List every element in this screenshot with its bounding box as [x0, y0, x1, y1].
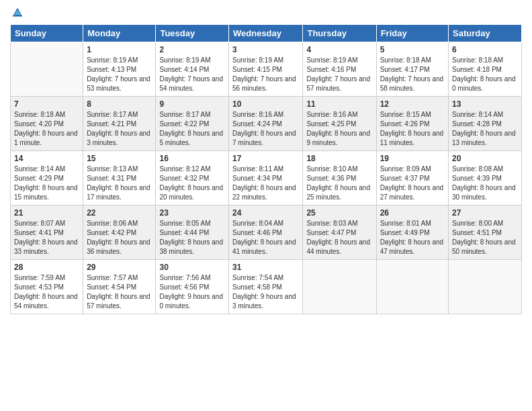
col-header-thursday: Thursday [303, 25, 376, 42]
day-info: Sunrise: 8:14 AMSunset: 4:28 PMDaylight:… [452, 110, 518, 148]
col-header-tuesday: Tuesday [156, 25, 229, 42]
col-header-sunday: Sunday [11, 25, 83, 42]
day-number: 18 [306, 154, 372, 163]
day-number: 26 [380, 208, 445, 218]
day-info: Sunrise: 8:14 AMSunset: 4:29 PMDaylight:… [14, 165, 79, 202]
calendar-cell: 15Sunrise: 8:13 AMSunset: 4:31 PMDayligh… [83, 151, 156, 205]
day-number: 31 [232, 263, 299, 272]
day-info: Sunrise: 7:56 AMSunset: 4:56 PMDaylight:… [159, 273, 225, 311]
calendar-cell: 31Sunrise: 7:54 AMSunset: 4:58 PMDayligh… [229, 260, 303, 314]
calendar-cell: 24Sunrise: 8:04 AMSunset: 4:46 PMDayligh… [229, 205, 303, 260]
day-info: Sunrise: 8:06 AMSunset: 4:42 PMDaylight:… [87, 219, 152, 257]
day-info: Sunrise: 8:18 AMSunset: 4:18 PMDaylight:… [452, 56, 518, 93]
calendar-cell: 6Sunrise: 8:18 AMSunset: 4:18 PMDaylight… [449, 42, 522, 97]
day-number: 13 [452, 99, 518, 109]
page-header [10, 7, 522, 19]
calendar-cell: 28Sunrise: 7:59 AMSunset: 4:53 PMDayligh… [11, 260, 83, 314]
calendar-cell [11, 42, 83, 97]
calendar-table: SundayMondayTuesdayWednesdayThursdayFrid… [10, 24, 522, 314]
day-number: 5 [380, 45, 445, 54]
day-info: Sunrise: 8:18 AMSunset: 4:20 PMDaylight:… [14, 110, 79, 148]
calendar-cell: 1Sunrise: 8:19 AMSunset: 4:13 PMDaylight… [83, 42, 156, 97]
day-number: 9 [159, 99, 225, 109]
calendar-cell: 7Sunrise: 8:18 AMSunset: 4:20 PMDaylight… [11, 97, 83, 151]
calendar-cell: 4Sunrise: 8:19 AMSunset: 4:16 PMDaylight… [303, 42, 376, 97]
calendar-cell: 11Sunrise: 8:16 AMSunset: 4:25 PMDayligh… [303, 97, 376, 151]
calendar-cell [449, 260, 522, 314]
day-info: Sunrise: 8:05 AMSunset: 4:44 PMDaylight:… [159, 219, 225, 257]
calendar-cell: 20Sunrise: 8:08 AMSunset: 4:39 PMDayligh… [449, 151, 522, 205]
day-number: 19 [380, 154, 445, 163]
calendar-cell: 23Sunrise: 8:05 AMSunset: 4:44 PMDayligh… [156, 205, 229, 260]
calendar-cell [303, 260, 376, 314]
day-info: Sunrise: 8:01 AMSunset: 4:49 PMDaylight:… [380, 219, 445, 257]
day-number: 2 [159, 45, 225, 54]
day-info: Sunrise: 8:17 AMSunset: 4:22 PMDaylight:… [159, 110, 225, 148]
day-info: Sunrise: 8:10 AMSunset: 4:36 PMDaylight:… [306, 165, 372, 202]
day-number: 3 [232, 45, 299, 54]
day-number: 30 [159, 263, 225, 272]
col-header-monday: Monday [83, 25, 156, 42]
day-number: 7 [14, 99, 79, 109]
day-number: 21 [14, 208, 79, 218]
day-info: Sunrise: 8:09 AMSunset: 4:37 PMDaylight:… [380, 165, 445, 202]
day-number: 22 [87, 208, 152, 218]
day-info: Sunrise: 8:00 AMSunset: 4:51 PMDaylight:… [452, 219, 518, 257]
day-info: Sunrise: 8:18 AMSunset: 4:17 PMDaylight:… [380, 56, 445, 93]
day-number: 29 [87, 263, 152, 272]
calendar-week-row: 28Sunrise: 7:59 AMSunset: 4:53 PMDayligh… [11, 260, 522, 314]
day-number: 28 [14, 263, 79, 272]
calendar-cell: 3Sunrise: 8:19 AMSunset: 4:15 PMDaylight… [229, 42, 303, 97]
calendar-cell: 25Sunrise: 8:03 AMSunset: 4:47 PMDayligh… [303, 205, 376, 260]
calendar-cell: 5Sunrise: 8:18 AMSunset: 4:17 PMDaylight… [376, 42, 448, 97]
day-info: Sunrise: 8:19 AMSunset: 4:13 PMDaylight:… [87, 56, 152, 93]
calendar-cell: 30Sunrise: 7:56 AMSunset: 4:56 PMDayligh… [156, 260, 229, 314]
calendar-week-row: 14Sunrise: 8:14 AMSunset: 4:29 PMDayligh… [11, 151, 522, 205]
day-info: Sunrise: 8:19 AMSunset: 4:14 PMDaylight:… [159, 56, 225, 93]
logo [10, 7, 24, 19]
day-info: Sunrise: 8:12 AMSunset: 4:32 PMDaylight:… [159, 165, 225, 202]
calendar-cell: 12Sunrise: 8:15 AMSunset: 4:26 PMDayligh… [376, 97, 448, 151]
day-info: Sunrise: 8:11 AMSunset: 4:34 PMDaylight:… [232, 165, 299, 202]
calendar-cell: 17Sunrise: 8:11 AMSunset: 4:34 PMDayligh… [229, 151, 303, 205]
day-number: 4 [306, 45, 372, 54]
day-info: Sunrise: 8:08 AMSunset: 4:39 PMDaylight:… [452, 165, 518, 202]
day-info: Sunrise: 8:16 AMSunset: 4:25 PMDaylight:… [306, 110, 372, 148]
calendar-cell: 19Sunrise: 8:09 AMSunset: 4:37 PMDayligh… [376, 151, 448, 205]
day-info: Sunrise: 8:19 AMSunset: 4:15 PMDaylight:… [232, 56, 299, 93]
calendar-cell: 26Sunrise: 8:01 AMSunset: 4:49 PMDayligh… [376, 205, 448, 260]
day-number: 27 [452, 208, 518, 218]
day-number: 1 [87, 45, 152, 54]
calendar-week-row: 1Sunrise: 8:19 AMSunset: 4:13 PMDaylight… [11, 42, 522, 97]
calendar-cell: 22Sunrise: 8:06 AMSunset: 4:42 PMDayligh… [83, 205, 156, 260]
calendar-cell: 10Sunrise: 8:16 AMSunset: 4:24 PMDayligh… [229, 97, 303, 151]
day-number: 12 [380, 99, 445, 109]
day-number: 23 [159, 208, 225, 218]
calendar-cell: 21Sunrise: 8:07 AMSunset: 4:41 PMDayligh… [11, 205, 83, 260]
day-number: 11 [306, 99, 372, 109]
day-number: 24 [232, 208, 299, 218]
day-info: Sunrise: 8:17 AMSunset: 4:21 PMDaylight:… [87, 110, 152, 148]
calendar-cell: 8Sunrise: 8:17 AMSunset: 4:21 PMDaylight… [83, 97, 156, 151]
day-info: Sunrise: 8:04 AMSunset: 4:46 PMDaylight:… [232, 219, 299, 257]
day-number: 8 [87, 99, 152, 109]
calendar-cell: 18Sunrise: 8:10 AMSunset: 4:36 PMDayligh… [303, 151, 376, 205]
day-number: 6 [452, 45, 518, 54]
col-header-saturday: Saturday [449, 25, 522, 42]
calendar-cell: 27Sunrise: 8:00 AMSunset: 4:51 PMDayligh… [449, 205, 522, 260]
col-header-wednesday: Wednesday [229, 25, 303, 42]
day-number: 16 [159, 154, 225, 163]
day-number: 14 [14, 154, 79, 163]
day-info: Sunrise: 8:19 AMSunset: 4:16 PMDaylight:… [306, 56, 372, 93]
day-info: Sunrise: 7:59 AMSunset: 4:53 PMDaylight:… [14, 273, 79, 311]
calendar-cell: 2Sunrise: 8:19 AMSunset: 4:14 PMDaylight… [156, 42, 229, 97]
day-info: Sunrise: 8:07 AMSunset: 4:41 PMDaylight:… [14, 219, 79, 257]
calendar-cell: 9Sunrise: 8:17 AMSunset: 4:22 PMDaylight… [156, 97, 229, 151]
day-info: Sunrise: 8:15 AMSunset: 4:26 PMDaylight:… [380, 110, 445, 148]
day-info: Sunrise: 7:54 AMSunset: 4:58 PMDaylight:… [232, 273, 299, 311]
calendar-cell: 29Sunrise: 7:57 AMSunset: 4:54 PMDayligh… [83, 260, 156, 314]
col-header-friday: Friday [376, 25, 448, 42]
calendar-week-row: 21Sunrise: 8:07 AMSunset: 4:41 PMDayligh… [11, 205, 522, 260]
day-info: Sunrise: 7:57 AMSunset: 4:54 PMDaylight:… [87, 273, 152, 311]
logo-icon [11, 7, 24, 19]
